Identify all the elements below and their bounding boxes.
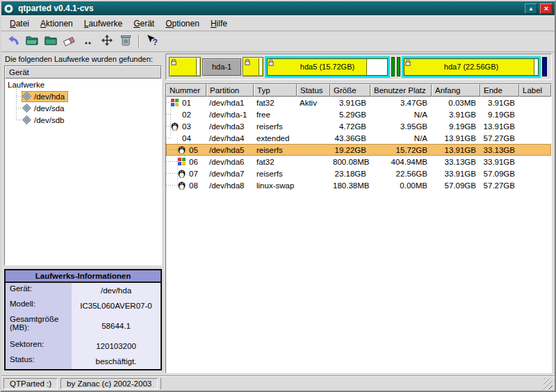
partition-row-dev-hda7[interactable]: 07/dev/hda7reiserfs23.18GB22.56GB33.91GB… <box>166 168 551 179</box>
column-header-partition[interactable]: Partition <box>206 84 254 97</box>
undo-button[interactable] <box>4 33 22 51</box>
menu-hilfe[interactable]: Hilfe <box>205 17 233 31</box>
cell-ende: 3.91GB <box>480 97 519 108</box>
column-header-anfang[interactable]: Anfang <box>432 84 480 97</box>
cell-ende: 9.19GB <box>480 109 519 120</box>
shade-button[interactable]: ▲ <box>525 3 537 14</box>
left-panel: Die folgenden Laufwerke wurden gefunden:… <box>1 52 164 376</box>
cell-groesse: 800.08MB <box>330 156 370 168</box>
partition-block-hda6[interactable] <box>391 57 400 76</box>
whats-this-help-button[interactable]: ? <box>143 33 161 51</box>
folder-closed-button[interactable] <box>42 33 60 51</box>
titlebar[interactable]: qtparted v0.4.1-cvs ▲ × <box>1 1 555 15</box>
device-tree: Gerät Laufwerke /dev/hda/dev/sda/dev/sdb <box>4 65 162 266</box>
cell-partition: /dev/hda5 <box>206 145 254 156</box>
folder-open-button[interactable] <box>23 33 41 51</box>
disk-icon <box>22 115 31 124</box>
device-tree-header[interactable]: Gerät <box>5 66 161 79</box>
svg-text:?: ? <box>153 38 158 47</box>
column-header-typ[interactable]: Typ <box>254 84 297 97</box>
close-button[interactable]: × <box>540 3 553 14</box>
trash-icon <box>119 33 133 49</box>
tree-line <box>166 114 171 115</box>
partition-number: 07 <box>188 168 198 179</box>
partition-row-dev-hda4[interactable]: 04/dev/hda4extended43.36GBN/A13.91GB57.2… <box>166 132 551 144</box>
cell-typ: free <box>254 109 297 120</box>
menu-optionen[interactable]: Optionen <box>160 17 205 31</box>
info-label: Status: <box>6 354 72 369</box>
partition-block-hda1[interactable] <box>169 57 201 76</box>
cell-ende: 57.27GB <box>480 133 519 144</box>
info-value: IC35L060AVER07-0 <box>72 298 161 313</box>
tux-icon <box>178 181 188 190</box>
info-row-ger-t: Gerät:/dev/hda <box>6 283 161 298</box>
cell-groesse: 19.22GB <box>330 145 370 156</box>
partition-row-dev-hda-1[interactable]: 02/dev/hda-1free5.29GBN/A3.91GB9.19GB <box>166 108 551 120</box>
column-header-nummer[interactable]: Nummer <box>166 84 206 97</box>
partition-row-dev-hda8[interactable]: 08/dev/hda8linux-swap180.38MB0.00MB57.09… <box>166 179 551 191</box>
menu-datei[interactable]: Datei <box>4 17 35 31</box>
partition-block-hda7[interactable]: hda7 (22.56GB) <box>402 56 541 78</box>
cell-typ: reiserfs <box>254 121 297 132</box>
partition-row-dev-hda3[interactable]: 03/dev/hda3reiserfs4.72GB3.95GB9.19GB13.… <box>166 120 551 132</box>
device-item-dev-sdb[interactable]: /dev/sdb <box>13 114 160 126</box>
cell-nummer: 08 <box>166 180 206 191</box>
cell-benutzer-platz: 404.94MB <box>370 156 432 168</box>
device-item-dev-hda[interactable]: /dev/hda <box>13 90 160 102</box>
partition-row-dev-hda6[interactable]: 06/dev/hda6fat32800.08MB404.94MB33.13GB3… <box>166 156 551 168</box>
move-icon <box>100 33 114 49</box>
tree-line <box>166 138 171 138</box>
info-value: beschäftigt. <box>72 354 161 369</box>
tree-line <box>166 185 178 186</box>
app-icon[interactable] <box>3 3 14 14</box>
device-item-dev-sda[interactable]: /dev/sda <box>13 102 160 114</box>
column-header-status[interactable]: Status <box>297 84 330 97</box>
lock-icon <box>245 58 250 65</box>
menu-ger-t[interactable]: Gerät <box>128 17 160 31</box>
device-label: /dev/sdb <box>34 116 64 124</box>
cell-benutzer-platz: 15.72GB <box>370 145 432 156</box>
info-label: Gerät: <box>6 283 72 298</box>
folder-closed-icon <box>44 33 58 49</box>
partition-number: 08 <box>188 180 198 191</box>
cell-groesse: 4.72GB <box>330 121 370 132</box>
resize-grip[interactable] <box>543 378 553 389</box>
cell-anfang: 33.13GB <box>432 156 480 168</box>
device-tree-body: Laufwerke /dev/hda/dev/sda/dev/sdb <box>5 79 161 265</box>
cell-groesse: 3.91GB <box>330 97 370 108</box>
partition-row-dev-hda1[interactable]: 01/dev/hda1fat32Aktiv3.91GB3.47GB0.03MB3… <box>166 97 551 108</box>
partition-block-hda3[interactable] <box>243 57 263 76</box>
partition-block-hda-1[interactable]: hda-1 <box>202 58 241 76</box>
tree-children: /dev/hda/dev/sda/dev/sdb <box>13 90 160 126</box>
cell-partition: /dev/hda3 <box>206 121 254 132</box>
found-devices-label: Die folgenden Laufwerke wurden gefunden: <box>4 54 162 65</box>
tux-icon <box>178 145 188 154</box>
status-filler <box>161 378 541 389</box>
cell-anfang: 13.91GB <box>432 133 480 144</box>
trash-button[interactable] <box>117 33 135 51</box>
column-header-label[interactable]: Label <box>519 84 551 97</box>
partition-block-hda5[interactable]: hda5 (15.72GB) <box>265 56 390 78</box>
partition-row-dev-hda5[interactable]: 05/dev/hda5reiserfs19.22GB15.72GB13.91GB… <box>166 144 551 156</box>
partition-number: 04 <box>181 133 191 144</box>
partition-number: 06 <box>188 156 198 168</box>
partition-number: 02 <box>181 109 191 120</box>
column-header-gr-e[interactable]: Größe <box>330 84 370 97</box>
tree-line <box>166 126 171 126</box>
device-label: /dev/sda <box>34 104 64 113</box>
move-button[interactable] <box>98 33 116 51</box>
cell-typ: fat32 <box>254 97 297 108</box>
eraser-button[interactable] <box>60 33 79 51</box>
cell-nummer: 03 <box>166 121 206 132</box>
partition-block-hda8[interactable] <box>542 57 547 76</box>
column-header-ende[interactable]: Ende <box>480 84 519 97</box>
tree-root-laufwerke[interactable]: Laufwerke <box>6 80 160 90</box>
menu-laufwerke[interactable]: Laufwerke <box>79 17 128 31</box>
menubar: DateiAktionenLaufwerkeGerätOptionenHilfe <box>1 15 555 31</box>
menu-aktionen[interactable]: Aktionen <box>35 17 79 31</box>
partition-table-header: NummerPartitionTypStatusGrößeBenutzer Pl… <box>166 84 551 97</box>
dots-button[interactable] <box>79 33 97 51</box>
column-header-benutzer-platz[interactable]: Benutzer Platz <box>370 84 432 97</box>
lock-icon <box>171 58 177 65</box>
cell-typ: fat32 <box>254 156 297 168</box>
